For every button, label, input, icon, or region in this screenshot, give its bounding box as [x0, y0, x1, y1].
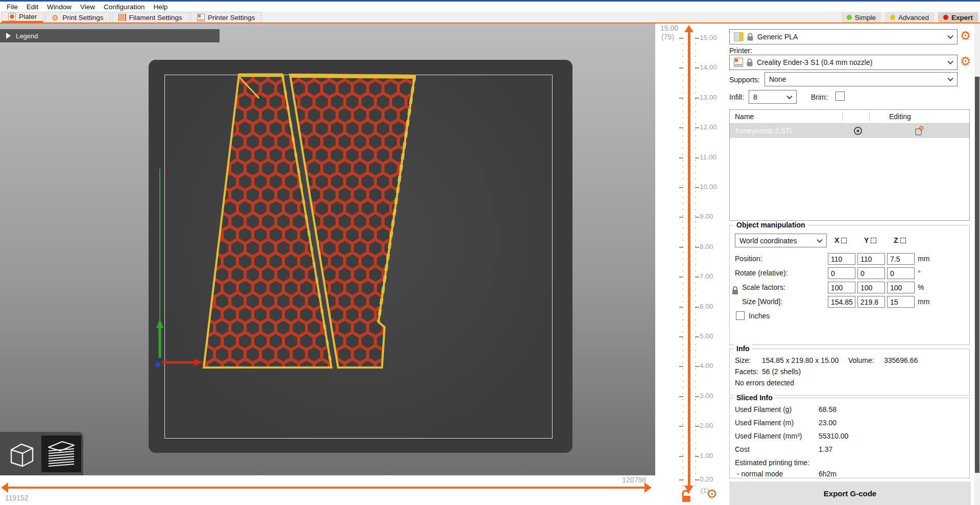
major-tick [695, 396, 699, 397]
filament-icon [118, 14, 126, 21]
tick-label: 13.00 [700, 94, 717, 101]
group-title: Info [734, 345, 752, 353]
major-tick [695, 217, 699, 218]
mode-button-simple[interactable]: Simple [842, 12, 881, 22]
major-tick [679, 396, 683, 397]
tab-label: Printer Settings [208, 14, 255, 21]
manip-input-y[interactable] [857, 267, 885, 279]
major-tick [695, 426, 699, 427]
menu-configuration[interactable]: Configuration [101, 2, 151, 12]
right-sidebar: Generic PLA ⚙ Printer: Creality Ender-3 … [725, 23, 974, 505]
menu-window[interactable]: Window [44, 2, 78, 12]
uniform-scale-lock-icon[interactable] [731, 286, 739, 295]
tick-label: 12.00 [700, 123, 717, 131]
column-editing: Editing [889, 112, 911, 121]
major-tick [679, 479, 683, 480]
major-tick [695, 456, 699, 457]
export-gcode-button[interactable]: Export G-code [729, 481, 971, 505]
major-tick [695, 187, 699, 188]
manip-input-z[interactable] [887, 267, 915, 279]
filament-select[interactable]: Generic PLA [729, 29, 958, 44]
menu-view[interactable]: View [78, 2, 101, 12]
slider-settings-gear-icon[interactable]: ⚙ [706, 487, 718, 501]
manip-label: Rotate (relative): [735, 269, 787, 277]
layers-view-button[interactable] [41, 435, 81, 472]
menu-file[interactable]: File [4, 2, 24, 12]
panel-scrollbar[interactable] [974, 23, 980, 505]
tab-plater[interactable]: Plater [2, 12, 43, 22]
tab-print-settings[interactable]: ⚙ Print Settings [45, 12, 110, 22]
sliced-value: 6h2m [819, 470, 836, 478]
major-tick [679, 217, 683, 218]
group-title: Object manipulation [734, 221, 808, 229]
object-row[interactable]: honeycomb 2.STL [730, 124, 969, 138]
tick-label: 6.00 [700, 303, 713, 310]
major-tick [679, 127, 683, 128]
major-tick [695, 157, 699, 158]
infill-label: Infill: [729, 93, 744, 101]
manip-input-x[interactable] [828, 282, 855, 293]
inches-checkbox[interactable] [736, 311, 745, 320]
column-separator [842, 112, 843, 121]
mode-button-expert[interactable]: Expert [938, 12, 978, 22]
manip-input-x[interactable] [828, 296, 855, 308]
menu-edit[interactable]: Edit [24, 2, 44, 12]
layer-slider-track[interactable] [688, 32, 690, 486]
tab-printer-settings[interactable]: Printer Settings [190, 12, 261, 22]
printer-select[interactable]: Creality Ender-3 S1 (0.4 mm nozzle) [729, 55, 958, 70]
scrollbar-thumb[interactable] [975, 77, 979, 473]
mode-dot-icon [943, 15, 948, 20]
printer-icon [734, 58, 743, 67]
sliced-label: Estimated printing time: [735, 458, 809, 467]
tab-filament-settings[interactable]: Filament Settings [112, 12, 189, 22]
major-tick [679, 277, 683, 278]
manip-input-x[interactable] [828, 253, 855, 265]
manip-input-z[interactable] [887, 253, 915, 265]
axis-frame-icon [841, 238, 847, 243]
manip-unit: mm [918, 297, 929, 306]
major-tick [679, 307, 683, 308]
move-slider-min-value: 119152 [5, 494, 29, 502]
move-slider-right-handle[interactable] [644, 483, 652, 493]
supports-select[interactable]: None [764, 72, 958, 86]
major-tick [679, 38, 683, 39]
major-tick [695, 307, 699, 308]
column-name: Name [735, 112, 754, 121]
filament-settings-gear-icon[interactable]: ⚙ [960, 30, 971, 42]
3d-viewport[interactable]: Legend [0, 23, 655, 475]
menu-help[interactable]: Help [151, 2, 174, 12]
layer-slider-top-handle[interactable] [684, 25, 694, 32]
plater-icon [8, 13, 16, 20]
legend-label: Legend [16, 32, 38, 40]
unlock-icon[interactable] [681, 490, 692, 503]
tick-label: 7.00 [700, 272, 713, 280]
manip-label: Position: [735, 255, 762, 263]
axis-frame-icon [871, 238, 876, 243]
facets-value: 56 (2 shells) [762, 368, 801, 376]
infill-select[interactable]: 8 [749, 90, 797, 104]
coordinate-system-select[interactable]: World coordinates [735, 234, 827, 247]
manip-input-y[interactable] [857, 282, 885, 293]
major-tick [695, 67, 699, 68]
cube-icon [7, 440, 36, 468]
chevron-down-icon [817, 237, 822, 242]
manip-input-y[interactable] [857, 296, 885, 308]
group-title: Sliced Info [734, 394, 775, 402]
edit-object-icon[interactable] [915, 126, 924, 136]
manip-input-x[interactable] [828, 267, 855, 279]
legend-collapsed-bar[interactable]: Legend [0, 29, 220, 42]
brim-checkbox[interactable] [835, 91, 845, 101]
mode-button-advanced[interactable]: Advanced [885, 12, 934, 22]
chevron-down-icon [786, 93, 792, 99]
eye-icon[interactable] [853, 126, 863, 135]
3d-view-button[interactable] [4, 437, 39, 471]
move-slider-track[interactable] [7, 487, 646, 489]
manip-input-z[interactable] [887, 296, 915, 308]
manip-input-z[interactable] [887, 282, 915, 293]
brim-label: Brim: [811, 93, 828, 101]
manip-input-y[interactable] [857, 253, 885, 265]
filament-color-chip-yellow [740, 32, 744, 41]
object-manipulation-group: Object manipulation World coordinates X … [729, 225, 970, 345]
major-tick [695, 98, 699, 99]
printer-settings-gear-icon[interactable]: ⚙ [960, 55, 971, 67]
